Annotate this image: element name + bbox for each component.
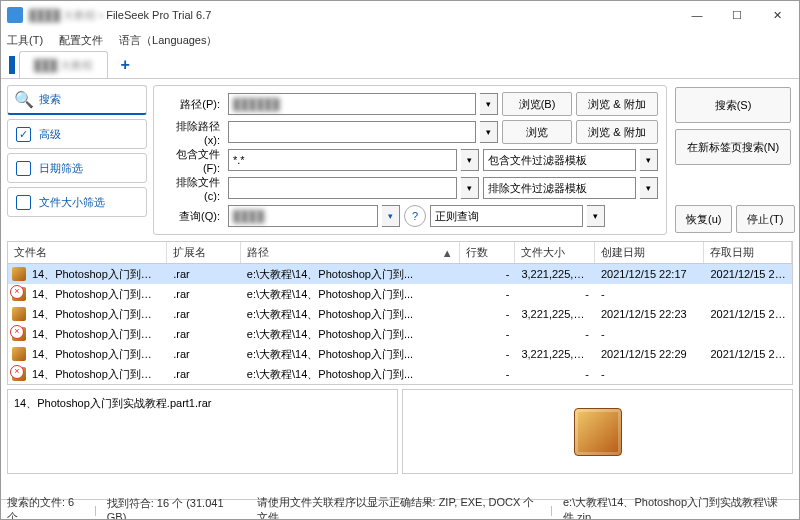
help-icon[interactable]: ? bbox=[404, 205, 426, 227]
cell-path: e:\大教程\14、Photoshop入门到... bbox=[241, 326, 460, 343]
include-file-input[interactable] bbox=[228, 149, 457, 171]
cell-name: 14、Photoshop入门到实战教... bbox=[26, 286, 167, 303]
cell-size: 3,221,225,472 bbox=[515, 267, 595, 281]
preview-name-box: 14、Photoshop入门到实战教程.part1.rar bbox=[7, 389, 398, 474]
preview-filename: 14、Photoshop入门到实战教程.part1.rar bbox=[14, 397, 211, 409]
tab-active[interactable]: ███ 大教程 bbox=[19, 51, 108, 78]
include-filter-template[interactable] bbox=[483, 149, 636, 171]
side-advanced[interactable]: ✓ 高级 bbox=[7, 119, 147, 149]
exclude-file-label: 排除文件(c): bbox=[162, 175, 224, 202]
cell-size: 3,221,225,472 bbox=[515, 347, 595, 361]
exclude-file-dropdown-icon[interactable]: ▾ bbox=[461, 177, 479, 199]
browse-append-button[interactable]: 浏览 & 附加 bbox=[576, 92, 658, 116]
side-date-filter[interactable]: 日期筛选 bbox=[7, 153, 147, 183]
col-size[interactable]: 文件大小 bbox=[515, 242, 595, 263]
statusbar: 搜索的文件: 6 个| 找到符合: 16 个 (31.041 GB) 请使用文件… bbox=[1, 499, 799, 519]
results-table: 文件名 扩展名 路径▲ 行数 文件大小 创建日期 存取日期 14、Photosh… bbox=[7, 241, 793, 385]
browse-append2-button[interactable]: 浏览 & 附加 bbox=[576, 120, 658, 144]
cell-name: 14、Photoshop入门到实战教... bbox=[26, 266, 167, 283]
cell-ext: .rar bbox=[167, 327, 241, 341]
cell-size: - bbox=[515, 367, 595, 381]
cell-name: 14、Photoshop入门到实战教... bbox=[26, 326, 167, 343]
sort-asc-icon: ▲ bbox=[442, 247, 453, 259]
minimize-button[interactable]: — bbox=[677, 2, 717, 28]
table-row[interactable]: 14、Photoshop入门到实战教....rare:\大教程\14、Photo… bbox=[8, 344, 792, 364]
checkbox-checked-icon: ✓ bbox=[16, 127, 31, 142]
cell-sdate: 2021/12/15 22:2 bbox=[704, 267, 792, 281]
table-body: 14、Photoshop入门到实战教....rare:\大教程\14、Photo… bbox=[8, 264, 792, 384]
stop-button[interactable]: 停止(T) bbox=[736, 205, 794, 233]
menu-language[interactable]: 语言（Languages） bbox=[119, 33, 217, 48]
file-error-icon bbox=[12, 327, 26, 341]
exclude-path-dropdown-icon[interactable]: ▾ bbox=[480, 121, 498, 143]
exclude-path-label: 排除路径(x): bbox=[162, 119, 224, 146]
menu-tools[interactable]: 工具(T) bbox=[7, 33, 43, 48]
browse-button[interactable]: 浏览(B) bbox=[502, 92, 572, 116]
window-title: ████ 大教程 • FileSeek Pro Trial 6.7 bbox=[29, 8, 677, 23]
table-row[interactable]: 14、Photoshop入门到实战教....rare:\大教程\14、Photo… bbox=[8, 364, 792, 384]
table-row[interactable]: 14、Photoshop入门到实战教....rare:\大教程\14、Photo… bbox=[8, 284, 792, 304]
regex-dropdown-icon[interactable]: ▾ bbox=[587, 205, 605, 227]
col-path[interactable]: 路径▲ bbox=[241, 242, 460, 263]
search-button[interactable]: 搜索(S) bbox=[675, 87, 791, 123]
cell-lines: - bbox=[460, 287, 516, 301]
cell-path: e:\大教程\14、Photoshop入门到... bbox=[241, 266, 460, 283]
cell-sdate: 2021/12/15 22:3 bbox=[704, 347, 792, 361]
path-dropdown-icon[interactable]: ▾ bbox=[480, 93, 498, 115]
close-button[interactable]: ✕ bbox=[757, 2, 797, 28]
file-error-icon bbox=[12, 367, 26, 381]
path-input[interactable]: ██████ bbox=[228, 93, 476, 115]
col-lines[interactable]: 行数 bbox=[460, 242, 516, 263]
cell-lines: - bbox=[460, 307, 516, 321]
side-datefilter-label: 日期筛选 bbox=[39, 161, 83, 176]
col-ext[interactable]: 扩展名 bbox=[167, 242, 241, 263]
side-size-filter[interactable]: 文件大小筛选 bbox=[7, 187, 147, 217]
archive-icon bbox=[12, 307, 26, 321]
exclude-path-input[interactable] bbox=[228, 121, 476, 143]
col-sdate[interactable]: 存取日期 bbox=[704, 242, 792, 263]
col-cdate[interactable]: 创建日期 bbox=[595, 242, 704, 263]
search-form: 路径(P): ██████ ▾ 浏览(B) 浏览 & 附加 排除路径(x): ▾… bbox=[153, 85, 667, 235]
cell-lines: - bbox=[460, 367, 516, 381]
table-header: 文件名 扩展名 路径▲ 行数 文件大小 创建日期 存取日期 bbox=[8, 242, 792, 264]
menubar: 工具(T) 配置文件 语言（Languages） bbox=[1, 29, 799, 51]
cell-size: - bbox=[515, 327, 595, 341]
table-row[interactable]: 14、Photoshop入门到实战教....rare:\大教程\14、Photo… bbox=[8, 324, 792, 344]
cell-path: e:\大教程\14、Photoshop入门到... bbox=[241, 346, 460, 363]
table-row[interactable]: 14、Photoshop入门到实战教....rare:\大教程\14、Photo… bbox=[8, 304, 792, 324]
tab-new[interactable]: + bbox=[110, 51, 139, 78]
search-newtab-button[interactable]: 在新标签页搜索(N) bbox=[675, 129, 791, 165]
side-panel: 🔍 搜索 ✓ 高级 日期筛选 文件大小筛选 bbox=[7, 85, 147, 235]
archive-icon bbox=[12, 267, 26, 281]
cell-cdate: - bbox=[595, 287, 704, 301]
cell-path: e:\大教程\14、Photoshop入门到... bbox=[241, 286, 460, 303]
side-search-label: 搜索 bbox=[39, 92, 61, 107]
cell-lines: - bbox=[460, 327, 516, 341]
menu-config[interactable]: 配置文件 bbox=[59, 33, 103, 48]
exclude-filter-template[interactable] bbox=[483, 177, 636, 199]
status-lastpath: e:\大教程\14、Photoshop入门到实战教程\课件.zip bbox=[563, 495, 793, 521]
exclude-template-dropdown-icon[interactable]: ▾ bbox=[640, 177, 658, 199]
regex-select[interactable] bbox=[430, 205, 583, 227]
side-sizefilter-label: 文件大小筛选 bbox=[39, 195, 105, 210]
browse2-button[interactable]: 浏览 bbox=[502, 120, 572, 144]
query-input[interactable]: ████ bbox=[228, 205, 378, 227]
cell-name: 14、Photoshop入门到实战教... bbox=[26, 306, 167, 323]
cell-sdate: 2021/12/15 22:2 bbox=[704, 307, 792, 321]
include-file-dropdown-icon[interactable]: ▾ bbox=[461, 149, 479, 171]
query-dropdown-icon[interactable]: ▾ bbox=[382, 205, 400, 227]
cell-cdate: 2021/12/15 22:29 bbox=[595, 347, 704, 361]
cell-sdate bbox=[704, 373, 792, 375]
file-error-icon bbox=[12, 287, 26, 301]
restore-button[interactable]: 恢复(u) bbox=[675, 205, 732, 233]
exclude-file-input[interactable] bbox=[228, 177, 457, 199]
col-filename[interactable]: 文件名 bbox=[8, 242, 167, 263]
checkbox-icon bbox=[16, 195, 31, 210]
side-search[interactable]: 🔍 搜索 bbox=[7, 85, 147, 115]
cell-lines: - bbox=[460, 347, 516, 361]
cell-ext: .rar bbox=[167, 267, 241, 281]
maximize-button[interactable]: ☐ bbox=[717, 2, 757, 28]
cell-path: e:\大教程\14、Photoshop入门到... bbox=[241, 306, 460, 323]
table-row[interactable]: 14、Photoshop入门到实战教....rare:\大教程\14、Photo… bbox=[8, 264, 792, 284]
include-template-dropdown-icon[interactable]: ▾ bbox=[640, 149, 658, 171]
